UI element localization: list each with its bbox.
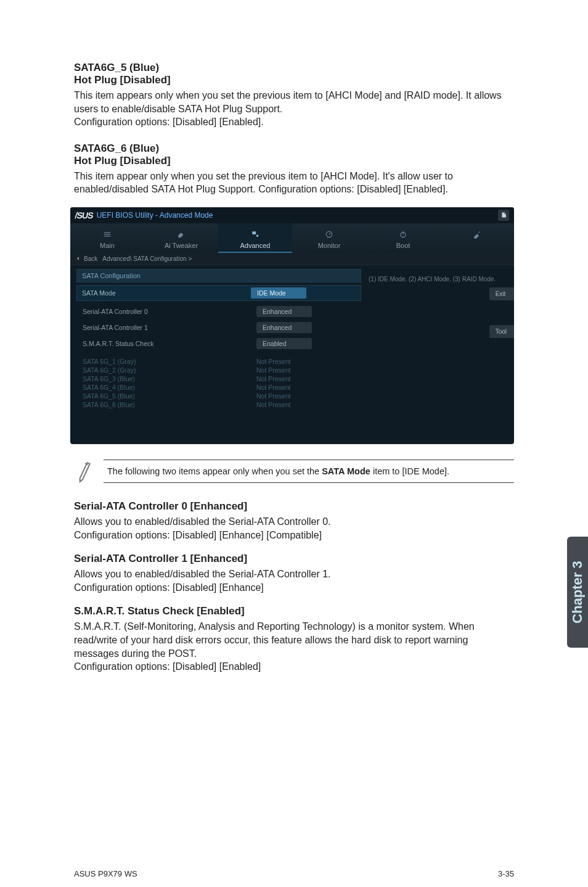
sata-config-label: SATA Configuration — [82, 272, 141, 279]
tab-main[interactable]: Main — [70, 223, 144, 253]
serial0-heading: Serial-ATA Controller 0 [Enhanced] — [74, 500, 514, 513]
sata6g5-desc: This item appears only when you set the … — [74, 89, 514, 129]
exit-button[interactable]: Exit — [489, 287, 514, 300]
footer-left: ASUS P9X79 WS — [74, 869, 137, 878]
port-row-1: SATA 6G_1 (Gray)Not Present — [83, 358, 361, 365]
note-text: The following two items appear only when… — [104, 460, 514, 483]
bios-window: /SUS UEFI BIOS Utility - Advanced Mode M… — [70, 207, 514, 444]
serial0-desc: Allows you to enabled/disabled the Seria… — [74, 515, 514, 542]
sata6g5-name: SATA6G_5 (Blue) — [74, 62, 159, 73]
tab-monitor-label: Monitor — [318, 242, 341, 249]
sata-ports-group: SATA 6G_1 (Gray)Not Present SATA 6G_2 (G… — [83, 358, 361, 408]
asus-logo: /SUS — [75, 210, 94, 220]
sata6g6-desc: This item appear only when you set the p… — [74, 170, 514, 196]
tab-advanced[interactable]: Advanced — [218, 223, 292, 253]
tab-tool[interactable] — [440, 223, 514, 253]
section-smart: S.M.A.R.T. Status Check [Enabled] S.M.A.… — [74, 605, 514, 673]
tool-button[interactable]: Tool — [489, 325, 514, 338]
section-serial1: Serial-ATA Controller 1 [Enhanced] Allow… — [74, 553, 514, 594]
tab-advanced-label: Advanced — [240, 242, 271, 249]
back-label: Back — [84, 255, 97, 262]
controller0-label: Serial-ATA Controller 0 — [83, 308, 256, 315]
port-row-2: SATA 6G_2 (Gray)Not Present — [83, 366, 361, 374]
chapter-label: Chapter 3 — [570, 561, 586, 623]
port-row-5: SATA 6G_5 (Blue)Not Present — [83, 392, 361, 400]
smart-heading: S.M.A.R.T. Status Check [Enabled] — [74, 605, 514, 617]
footer-right: 3-35 — [498, 869, 514, 878]
bios-help-panel: (1) IDE Mode. (2) AHCI Mode. (3) RAID Mo… — [361, 269, 508, 429]
row-sata-mode[interactable]: SATA Mode IDE Mode — [76, 285, 361, 301]
bios-titlebar: /SUS UEFI BIOS Utility - Advanced Mode — [70, 207, 514, 223]
smart-label: S.M.A.R.T. Status Check — [83, 340, 256, 347]
sata6g5-sub: Hot Plug [Disabled] — [74, 74, 171, 86]
svg-rect-0 — [104, 232, 111, 233]
breadcrumb-path: Advanced\ SATA Configuration > — [102, 255, 192, 262]
page-footer: ASUS P9X79 WS 3-35 — [74, 869, 514, 878]
chapter-tab: Chapter 3 — [567, 537, 588, 648]
sata-mode-label: SATA Mode — [82, 289, 251, 297]
sata6g6-name: SATA6G_6 (Blue) — [74, 142, 159, 154]
bios-tabs: Main Ai Tweaker Advanced Monitor Boot — [70, 223, 514, 253]
svg-rect-2 — [104, 236, 111, 236]
sata-config-header: SATA Configuration — [76, 269, 361, 283]
notification-icon[interactable] — [498, 210, 509, 221]
side-buttons: Exit Tool — [489, 287, 514, 338]
tab-boot[interactable]: Boot — [366, 223, 440, 253]
back-button[interactable]: Back — [75, 255, 97, 262]
heading-sata6g5-title: SATA6G_5 (Blue) Hot Plug [Disabled] — [74, 62, 514, 86]
controller1-value[interactable]: Enhanced — [256, 322, 312, 333]
controller0-value[interactable]: Enhanced — [256, 306, 312, 317]
row-controller0[interactable]: Serial-ATA Controller 0 Enhanced — [83, 306, 361, 317]
sata-mode-value[interactable]: IDE Mode — [251, 287, 306, 299]
help-text: (1) IDE Mode. (2) AHCI Mode. (3) RAID Mo… — [369, 273, 504, 283]
serial1-desc: Allows you to enabled/disabled the Seria… — [74, 567, 514, 594]
sata6g6-sub: Hot Plug [Disabled] — [74, 155, 171, 167]
smart-value[interactable]: Enabled — [256, 338, 312, 349]
smart-desc: S.M.A.R.T. (Self-Monitoring, Analysis an… — [74, 620, 514, 673]
serial1-heading: Serial-ATA Controller 1 [Enhanced] — [74, 553, 514, 565]
tab-main-label: Main — [100, 242, 115, 249]
note-box: The following two items appear only when… — [74, 456, 514, 487]
svg-rect-3 — [252, 231, 256, 234]
section-sata6g5: SATA6G_5 (Blue) Hot Plug [Disabled] This… — [74, 62, 514, 129]
pencil-icon — [70, 452, 108, 490]
svg-rect-1 — [104, 234, 111, 234]
bios-title-text: UEFI BIOS Utility - Advanced Mode — [97, 211, 213, 220]
bios-body: SATA Configuration SATA Mode IDE Mode Se… — [70, 265, 514, 444]
section-sata6g6: SATA6G_6 (Blue) Hot Plug [Disabled] This… — [74, 142, 514, 196]
tab-boot-label: Boot — [396, 242, 410, 249]
tab-tweaker-label: Ai Tweaker — [165, 242, 198, 249]
bios-breadcrumb: Back Advanced\ SATA Configuration > — [70, 253, 514, 265]
controller1-label: Serial-ATA Controller 1 — [83, 324, 256, 331]
svg-point-4 — [256, 235, 259, 237]
port-row-6: SATA 6G_6 (Blue)Not Present — [83, 401, 361, 408]
row-controller1[interactable]: Serial-ATA Controller 1 Enhanced — [83, 322, 361, 333]
port-row-3: SATA 6G_3 (Blue)Not Present — [83, 375, 361, 382]
section-serial0: Serial-ATA Controller 0 [Enhanced] Allow… — [74, 500, 514, 542]
tab-monitor[interactable]: Monitor — [292, 223, 366, 253]
row-smart[interactable]: S.M.A.R.T. Status Check Enabled — [83, 338, 361, 349]
port-row-4: SATA 6G_4 (Blue)Not Present — [83, 384, 361, 391]
heading-sata6g6-title: SATA6G_6 (Blue) Hot Plug [Disabled] — [74, 142, 514, 167]
tab-tweaker[interactable]: Ai Tweaker — [144, 223, 218, 253]
